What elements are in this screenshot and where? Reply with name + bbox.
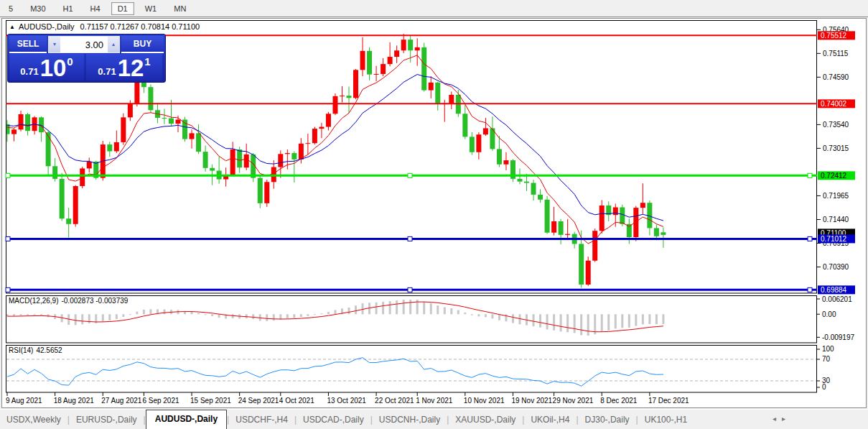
- hline-handle[interactable]: [6, 287, 10, 292]
- svg-text:4 Oct 2021: 4 Oct 2021: [279, 397, 314, 405]
- ask-price-point: 1: [144, 55, 150, 68]
- svg-text:22 Oct 2021: 22 Oct 2021: [375, 397, 414, 405]
- mt4-window: 5M30H1H4D1W1MN 0.756400.751150.745900.73…: [0, 0, 868, 429]
- hline-handle[interactable]: [408, 173, 412, 177]
- svg-text:6 Sep 2021: 6 Sep 2021: [142, 397, 179, 405]
- svg-text:13 Oct 2021: 13 Oct 2021: [327, 397, 366, 405]
- svg-text:18 Aug 2021: 18 Aug 2021: [54, 397, 95, 405]
- chart-symbol-label: AUDUSD-,Daily: [19, 22, 75, 31]
- macd-values: -0.002873 -0.003739: [61, 297, 128, 305]
- sell-button[interactable]: SELL: [9, 36, 47, 53]
- svg-text:17 Dec 2021: 17 Dec 2021: [648, 397, 689, 405]
- hline-handle[interactable]: [808, 173, 812, 177]
- svg-text:70: 70: [822, 355, 831, 363]
- svg-text:15 Sep 2021: 15 Sep 2021: [190, 397, 231, 405]
- svg-text:9 Aug 2021: 9 Aug 2021: [6, 397, 42, 405]
- tab-uk100-h1[interactable]: UK100-,H1: [638, 412, 694, 428]
- bid-price-prefix: 0.71: [20, 66, 38, 77]
- rsi-value: 42.5652: [36, 346, 62, 354]
- svg-text:0.75115: 0.75115: [823, 50, 849, 57]
- hline-handle[interactable]: [6, 236, 10, 241]
- svg-text:19 Nov 2021: 19 Nov 2021: [511, 397, 552, 405]
- tab-ukoil-h4[interactable]: UKOil-,H4: [524, 412, 576, 428]
- ask-price-pips: 12: [118, 56, 144, 80]
- volume-input[interactable]: [60, 37, 108, 52]
- volume-increase-icon[interactable]: ▴: [108, 37, 119, 52]
- tab-usdcad-daily[interactable]: USDCAD-,Daily: [297, 412, 370, 428]
- price-badge-0-71012: 0.71012: [818, 234, 855, 243]
- chart-ohlc-header: ▲AUDUSD-,Daily0.71157 0.71267 0.70814 0.…: [9, 22, 200, 31]
- hline-handle[interactable]: [6, 173, 10, 177]
- ask-price-prefix: 0.71: [98, 66, 116, 77]
- rsi-indicator-label: RSI(14)42.5652: [9, 346, 65, 354]
- volume-stepper: ▾ ▴: [48, 36, 120, 53]
- tab-eurusd-daily[interactable]: EURUSD-,Daily: [70, 412, 144, 428]
- price-badge-0-69884: 0.69884: [818, 285, 855, 294]
- price-badge-0-72412: 0.72412: [818, 171, 855, 180]
- svg-text:100: 100: [822, 345, 834, 353]
- svg-text:0.74002: 0.74002: [821, 100, 847, 108]
- price-badge-0-74002: 0.74002: [818, 99, 855, 108]
- chart-ohlc-values: 0.71157 0.71267 0.70814 0.71100: [80, 22, 200, 31]
- chart-tab-bar: USDX,Weekly|EURUSD-,Daily|AUDUSD-,Daily|…: [0, 409, 868, 429]
- hline-handle[interactable]: [408, 287, 412, 292]
- svg-text:0.71440: 0.71440: [823, 216, 849, 223]
- svg-text:29 Nov 2021: 29 Nov 2021: [553, 397, 594, 405]
- hline-handle[interactable]: [408, 236, 412, 241]
- price-badge-0-75512: 0.75512: [818, 31, 855, 40]
- svg-text:24 Sep 2021: 24 Sep 2021: [238, 397, 279, 405]
- svg-text:0.71012: 0.71012: [821, 235, 847, 243]
- tab-usdcnh-daily[interactable]: USDCNH-,Daily: [373, 412, 447, 428]
- svg-text:10 Nov 2021: 10 Nov 2021: [464, 397, 505, 405]
- bid-price-display[interactable]: 0.71 10 0: [9, 54, 84, 80]
- tab-scroll-arrows[interactable]: ◂▸: [773, 415, 791, 423]
- one-click-expand-icon[interactable]: ▲: [9, 24, 15, 30]
- tab-audusd-daily[interactable]: AUDUSD-,Daily: [146, 410, 227, 429]
- rsi-name: RSI(14): [9, 346, 33, 354]
- volume-decrease-icon[interactable]: ▾: [49, 37, 60, 52]
- rsi-pane[interactable]: [6, 346, 817, 393]
- ask-price-display[interactable]: 0.71 12 1: [86, 54, 162, 80]
- svg-text:27 Aug 2021: 27 Aug 2021: [101, 397, 142, 405]
- svg-text:-0.009197: -0.009197: [822, 333, 854, 341]
- svg-text:0.006201: 0.006201: [822, 295, 852, 303]
- svg-text:0.71965: 0.71965: [823, 192, 849, 200]
- bid-price-point: 0: [67, 55, 73, 68]
- macd-indicator-label: MACD(12,26,9)-0.002873 -0.003739: [9, 297, 131, 305]
- svg-text:0.70390: 0.70390: [823, 263, 849, 271]
- svg-text:0.69884: 0.69884: [821, 286, 847, 294]
- svg-text:0.72412: 0.72412: [821, 172, 847, 180]
- tab-usdx-weekly[interactable]: USDX,Weekly: [0, 412, 67, 428]
- one-click-trade-panel: SELL ▾ ▴ BUY 0.71 10 0 0.71 12 1: [7, 34, 166, 83]
- svg-text:0.73540: 0.73540: [823, 121, 849, 129]
- hline-handle[interactable]: [808, 236, 812, 241]
- svg-text:0.00: 0.00: [822, 310, 836, 318]
- tab-xauusd-daily[interactable]: XAUUSD-,Daily: [449, 412, 522, 428]
- buy-button[interactable]: BUY: [121, 36, 164, 53]
- svg-text:8 Dec 2021: 8 Dec 2021: [600, 397, 638, 405]
- hline-handle[interactable]: [808, 287, 812, 292]
- bid-price-pips: 10: [40, 56, 67, 80]
- svg-text:0.75512: 0.75512: [821, 32, 847, 40]
- macd-name: MACD(12,26,9): [9, 297, 58, 305]
- tab-dj30-daily[interactable]: DJ30-,Daily: [579, 412, 636, 428]
- svg-text:0.73015: 0.73015: [823, 144, 849, 152]
- svg-text:0: 0: [822, 383, 826, 391]
- tab-usdchf-h4[interactable]: USDCHF-,H4: [229, 412, 294, 428]
- svg-text:1 Nov 2021: 1 Nov 2021: [416, 397, 453, 405]
- svg-text:0.74590: 0.74590: [823, 73, 849, 81]
